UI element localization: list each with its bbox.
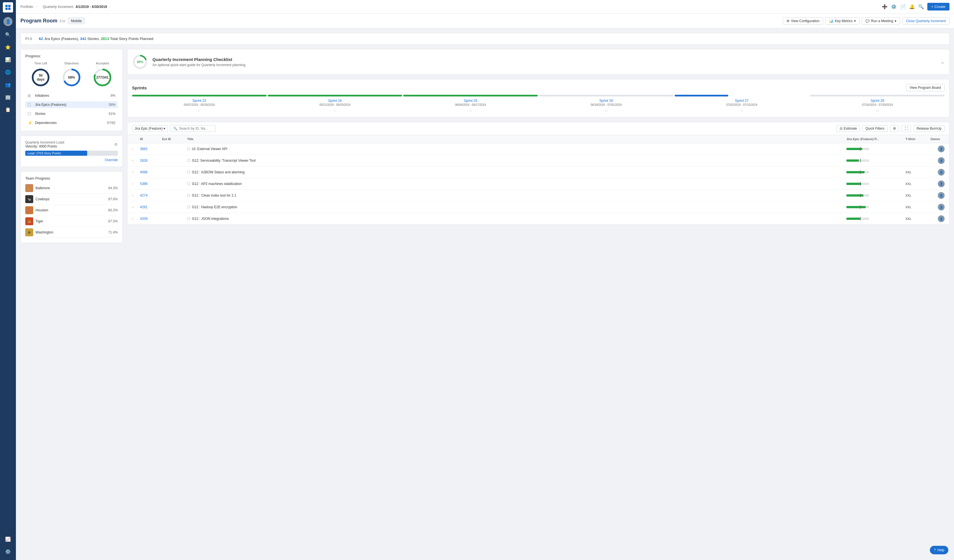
svg-rect-1 xyxy=(8,5,11,7)
team-list: 🐆 Baltimore 94.3% 🐄 Cowboys 97.6% 🧱 Hous… xyxy=(25,183,118,238)
sprint-26-name[interactable]: Sprint 26 xyxy=(599,99,613,103)
bar-track xyxy=(846,148,869,150)
table-settings-icon-btn[interactable]: ⚙ xyxy=(890,125,899,132)
help-button[interactable]: ? Help xyxy=(930,546,948,554)
col-tshirt: T-Shirt xyxy=(906,137,928,141)
user-avatar[interactable]: 👤 xyxy=(3,17,12,26)
row-id-4281[interactable]: 4281 xyxy=(140,205,160,209)
table-header: ID Ext ID Title Jira Epic (Feature) P...… xyxy=(128,135,949,143)
meeting-icon: 💬 xyxy=(865,19,870,23)
quick-filters-button[interactable]: Quick Filters xyxy=(862,125,887,132)
svg-rect-2 xyxy=(5,8,8,10)
sidebar-item-board[interactable]: 📋 xyxy=(2,104,14,115)
sidebar-item-settings[interactable]: ⚙️ xyxy=(2,546,14,557)
progress-items-list: ⊞ Initiatives 8% ☐ Jira Epics (Features)… xyxy=(25,92,118,126)
story-points-count: 2813 xyxy=(101,37,109,41)
dropdown-chevron-icon: ▾ xyxy=(854,19,856,23)
sprint-25-name[interactable]: Sprint 25 xyxy=(464,99,477,103)
sprint-27-name[interactable]: Sprint 27 xyxy=(735,99,748,103)
row-expand-icon[interactable]: › xyxy=(132,170,138,174)
close-qi-button[interactable]: Close Quarterly Increment xyxy=(903,17,949,25)
row-bar-4274 xyxy=(846,194,903,197)
bar-fill xyxy=(846,194,864,197)
team-name-washington: Washington xyxy=(36,230,106,234)
sprint-23-star-icon[interactable]: ☆ xyxy=(197,108,201,113)
row-expand-icon[interactable]: › xyxy=(132,217,138,221)
sidebar-item-search[interactable]: 🔍 xyxy=(2,29,14,40)
row-title-5386: ☐G12 : AP2 machines stabilization xyxy=(187,182,844,186)
progress-circles: Time Left 50 days Objectives xyxy=(25,62,118,88)
row-expand-icon[interactable]: › xyxy=(132,159,138,163)
team-avatar-cowboys: 🐄 xyxy=(25,195,33,203)
row-id-5386[interactable]: 5386 xyxy=(140,182,160,186)
doc-icon: ☐ xyxy=(187,205,190,209)
sprint-25-star-icon[interactable]: ☆ xyxy=(469,108,472,113)
table-row: › 4209 ☐G12 : JSON integrations XXL 👤 xyxy=(128,213,949,225)
row-owner-5386: 👤 xyxy=(931,180,945,187)
override-link[interactable]: Override xyxy=(25,158,118,162)
table-toolbar: Jira Epic (Feature) ▾ 🔍 ⚖ Estimate Qu xyxy=(128,122,949,135)
sprint-28-star-icon[interactable]: ◇ xyxy=(876,108,879,113)
sprint-24-star-icon[interactable]: ☆ xyxy=(333,108,337,113)
sidebar-item-star[interactable]: ⭐ xyxy=(2,41,14,53)
sprint-23-name[interactable]: Sprint 23 xyxy=(192,99,206,103)
team-progress-card: Team Progress 🐆 Baltimore 94.3% 🐄 Cowboy… xyxy=(20,171,123,243)
row-id-4274[interactable]: 4274 xyxy=(140,193,160,198)
bar-track xyxy=(846,183,869,185)
row-expand-icon[interactable]: › xyxy=(132,193,138,198)
table-expand-icon-btn[interactable]: ⛶ xyxy=(901,125,911,132)
team-pct-tiger: 87.5% xyxy=(108,219,118,223)
estimate-button[interactable]: ⚖ Estimate xyxy=(837,125,860,132)
row-id-2626[interactable]: 2626 xyxy=(140,159,160,163)
sidebar-item-analytics[interactable]: 📈 xyxy=(2,534,14,545)
svg-rect-0 xyxy=(5,5,8,7)
doc-icon: ☐ xyxy=(187,159,190,163)
velocity-value: Velocity: 4000 Points xyxy=(25,145,65,148)
row-expand-icon[interactable]: › xyxy=(132,182,138,186)
sidebar-item-hierarchy[interactable]: 🌐 xyxy=(2,66,14,78)
team-avatar-tiger: 🐯 xyxy=(25,217,33,225)
sidebar-item-chart[interactable]: 📊 xyxy=(2,54,14,65)
release-burnup-button[interactable]: Release BurnUp xyxy=(913,125,945,132)
sidebar-item-teams[interactable]: 🏢 xyxy=(2,91,14,103)
add-icon[interactable]: ➕ xyxy=(882,4,887,9)
row-bar-4096 xyxy=(846,171,903,173)
bar-marker xyxy=(860,182,860,185)
row-expand-icon[interactable]: › xyxy=(132,205,138,209)
qi-dates[interactable]: 4/1/2019 - 6/30/2019 xyxy=(76,5,107,9)
row-bar-5386 xyxy=(846,183,903,185)
row-tshirt-5386: XXL xyxy=(906,182,928,185)
view-configuration-button[interactable]: ⚙ View Configuration xyxy=(783,17,823,25)
sprint-26-star-icon[interactable]: ◇ xyxy=(605,108,608,113)
create-button[interactable]: + Create xyxy=(928,3,949,11)
sprint-28-name[interactable]: Sprint 28 xyxy=(871,99,884,103)
row-id-4096[interactable]: 4096 xyxy=(140,170,160,174)
row-id-3682[interactable]: 3682 xyxy=(140,147,160,151)
checklist-collapse-icon[interactable]: ⌄ xyxy=(940,59,945,65)
epic-filter-select[interactable]: Jira Epic (Feature) ▾ xyxy=(132,125,168,132)
table-search-input[interactable] xyxy=(179,126,213,131)
row-expand-icon[interactable]: › xyxy=(132,147,138,151)
document-icon[interactable]: 📄 xyxy=(900,4,906,9)
search-icon[interactable]: 🔍 xyxy=(918,4,924,9)
velocity-settings-icon[interactable]: ⚙ xyxy=(114,142,118,147)
run-meeting-button[interactable]: 💬 Run a Meeting ▾ xyxy=(862,17,900,25)
estimate-icon: ⚖ xyxy=(840,126,843,131)
program-name[interactable]: Mobile xyxy=(68,17,85,24)
row-title-4096: ☐G12 : A2BOW Status and alarming xyxy=(187,170,844,174)
notification-icon[interactable]: 🔔 xyxy=(909,4,915,9)
sprint-27-star-icon[interactable]: ☆ xyxy=(740,108,744,113)
bar-track xyxy=(846,171,869,173)
sidebar-item-people[interactable]: 👥 xyxy=(2,79,14,90)
doc-icon: ☐ xyxy=(187,217,190,221)
time-left-gauge: 50 days xyxy=(30,67,51,88)
view-program-board-button[interactable]: View Program Board xyxy=(906,84,945,91)
sprint-24-name[interactable]: Sprint 24 xyxy=(328,99,341,103)
key-metrics-button[interactable]: 📊 Key Metrics ▾ xyxy=(825,17,859,25)
row-id-4209[interactable]: 4209 xyxy=(140,217,160,221)
row-title-4274: ☐G12 : Clean index tool for 2.1 xyxy=(187,193,844,198)
settings-gear-icon[interactable]: ⚙️ xyxy=(891,4,896,9)
app-logo[interactable] xyxy=(3,2,13,12)
sprint-23-dates: 05/07/2019 - 05/20/2019 xyxy=(184,103,215,106)
sprint-24-dates: 05/21/2019 - 06/03/2019 xyxy=(320,103,351,106)
